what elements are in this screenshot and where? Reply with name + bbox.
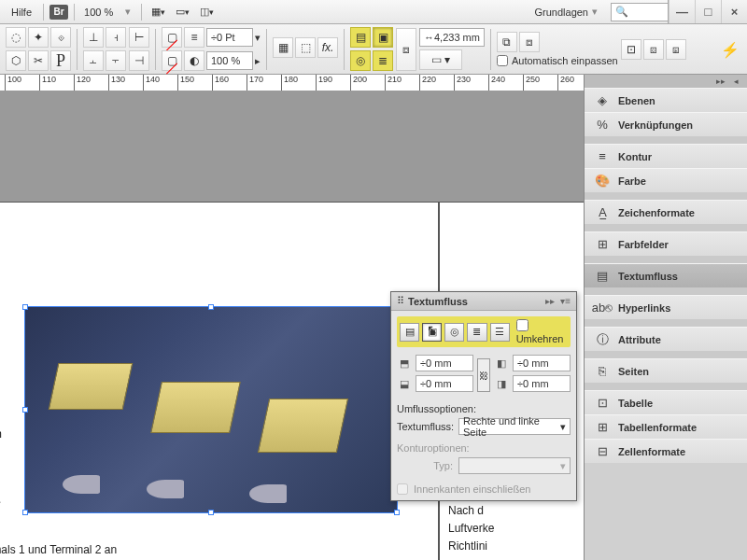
panel-tab-zellenformate[interactable]: ⊟Zellenformate (585, 439, 747, 463)
panel-icon: ⊞ (594, 420, 611, 435)
resize-handle[interactable] (208, 304, 214, 310)
fill-none-icon-2[interactable]: ▢ (162, 50, 182, 71)
panel-collapse-icon[interactable]: ▸▸ (545, 296, 555, 306)
wrap-object-button[interactable]: ◎ (444, 323, 464, 342)
panel-tab-textumfluss[interactable]: ▤Textumfluss (585, 263, 747, 287)
resize-handle[interactable] (22, 407, 28, 413)
panel-tab-farbe[interactable]: 🎨Farbe (585, 168, 747, 192)
offset-left-field[interactable]: ÷ 0 mm (513, 355, 571, 371)
resize-handle[interactable] (22, 304, 28, 310)
window-close-button[interactable]: × (721, 0, 747, 23)
ruler-tick: 230 (454, 75, 471, 91)
paragraph-tool-icon[interactable]: P (50, 50, 71, 71)
arrange-icon[interactable]: ◫▾ (196, 3, 217, 21)
link-offsets-icon[interactable]: ⛓ (477, 358, 490, 392)
bridge-badge[interactable]: Br (49, 5, 68, 20)
stroke-icon[interactable]: ≡ (184, 27, 204, 48)
tool-icon-2[interactable]: ✦ (28, 27, 49, 48)
menu-help[interactable]: Hilfe (6, 5, 37, 20)
image-frame-selected[interactable] (24, 306, 398, 513)
wrap-none-icon[interactable]: ▤ (350, 27, 371, 48)
offset-bottom-icon: ⬓ (397, 378, 412, 390)
wrap-column-button[interactable]: ☰ (490, 323, 510, 342)
screen-mode-icon[interactable]: ▭▾ (172, 3, 192, 21)
panel-tab-ebenen[interactable]: ◈Ebenen (585, 88, 747, 112)
offset-top-field[interactable]: ÷ 0 mm (416, 355, 473, 371)
panel-tab-zeichenformate[interactable]: A̲Zeichenformate (585, 200, 747, 224)
wrap-bound-icon[interactable]: ▣ (373, 27, 393, 48)
fit-frame-icon[interactable]: ⧈ (519, 32, 540, 52)
zoom-dropdown-icon[interactable]: ▾ (120, 6, 135, 18)
panel-tab-kontur[interactable]: ≡Kontur (585, 144, 747, 168)
wrap-none-button[interactable]: ▤ (400, 323, 419, 342)
panel-label: Tabellenformate (618, 422, 697, 433)
effect-icon-1[interactable]: ▦ (273, 37, 293, 58)
image-content (249, 484, 287, 503)
stroke-weight-field[interactable]: ÷ 0 Pt (206, 28, 253, 47)
resize-handle[interactable] (208, 510, 214, 515)
invert-checkbox[interactable]: Umkehren (516, 319, 568, 344)
opacity-dropdown[interactable]: ▸ (255, 55, 261, 67)
ruler-tick: 220 (419, 75, 436, 91)
panel-tab-verknüpfungen[interactable]: %Verknüpfungen (585, 112, 747, 136)
wrap-jump-button[interactable]: ≣ (467, 323, 486, 342)
opacity-icon[interactable]: ◐ (184, 50, 204, 71)
panel-tab-seiten[interactable]: ⎘Seiten (585, 358, 747, 383)
dock-header[interactable]: ▸▸◂ (585, 75, 747, 88)
panel-tab-hyperlinks[interactable]: ab⎋Hyperlinks (585, 295, 747, 319)
fit-content-icon[interactable]: ⧉ (497, 32, 517, 52)
align-tool-1[interactable]: ⊥ (83, 27, 104, 48)
fit-prop-icon[interactable]: ⧇ (643, 39, 664, 60)
image-content (150, 382, 241, 433)
panel-grip-icon[interactable]: ⠿ (397, 295, 404, 307)
tool-icon-4[interactable]: ⬡ (6, 50, 26, 71)
contour-type-dropdown: ▾ (458, 457, 571, 474)
wrap-to-dropdown[interactable]: Rechte und linke Seite▾ (458, 418, 571, 435)
image-content (49, 363, 134, 410)
workspace-switcher[interactable]: Grundlagen ▾ (526, 4, 608, 20)
corner-dropdown[interactable]: ▭ ▾ (419, 49, 462, 70)
opacity-field[interactable]: 100 % (206, 51, 253, 70)
distribute-tool-1[interactable]: ⫠ (83, 50, 104, 71)
panel-tab-farbfelder[interactable]: ⊞Farbfelder (585, 231, 747, 256)
ruler-tick: 110 (39, 75, 56, 91)
fill-none-icon[interactable]: ▢ (162, 27, 182, 48)
ruler-tick: 180 (281, 75, 298, 91)
panel-tab-tabellenformate[interactable]: ⊞Tabellenformate (585, 414, 747, 439)
resize-handle[interactable] (22, 510, 28, 515)
offset-right-field[interactable]: ÷ 0 mm (513, 375, 571, 392)
tool-icon-3[interactable]: ⟐ (50, 27, 71, 48)
align-tool-2[interactable]: ⫞ (106, 27, 126, 48)
wrap-shape-icon[interactable]: ◎ (350, 50, 371, 71)
panel-menu-icon[interactable]: ▾≡ (560, 296, 571, 306)
view-options-icon[interactable]: ▦▾ (148, 3, 168, 21)
window-maximize-button[interactable]: □ (695, 0, 721, 23)
offset-right-icon: ◨ (494, 378, 509, 390)
wrap-jump-icon[interactable]: ≣ (373, 50, 393, 71)
fx-icon[interactable]: fx. (317, 37, 338, 58)
tool-icon-1[interactable]: ◌ (6, 27, 26, 48)
crop-icon[interactable]: ⧈ (396, 28, 416, 71)
wrap-bounding-button[interactable]: ▣ (422, 323, 442, 342)
ruler-tick: 130 (108, 75, 125, 91)
distribute-tool-2[interactable]: ⫟ (106, 50, 126, 71)
window-minimize-button[interactable]: — (669, 0, 695, 23)
fill-prop-icon[interactable]: ⧆ (666, 39, 686, 60)
image-content (258, 399, 348, 453)
quick-apply-icon[interactable]: ⚡ (721, 40, 740, 58)
panel-icon: ⊟ (594, 444, 611, 459)
panel-tab-attribute[interactable]: ⓘAttribute (585, 327, 747, 351)
zoom-level[interactable]: 100 % (80, 7, 117, 18)
distribute-tool-3[interactable]: ⊣ (129, 50, 149, 71)
align-tool-3[interactable]: ⊢ (129, 27, 149, 48)
panel-tab-tabelle[interactable]: ⊡Tabelle (585, 390, 747, 414)
tool-icon-5[interactable]: ✂ (28, 50, 49, 71)
effect-icon-2[interactable]: ⬚ (295, 37, 316, 58)
ruler-tick: 150 (177, 75, 194, 91)
width-field[interactable]: ↔ 4,233 mm (419, 28, 485, 47)
offset-bottom-field[interactable]: ÷ 0 mm (416, 375, 473, 392)
resize-handle[interactable] (394, 510, 400, 515)
autofit-checkbox[interactable]: Automatisch einpassen (497, 55, 618, 66)
center-content-icon[interactable]: ⊡ (621, 39, 641, 60)
stroke-weight-dropdown[interactable]: ▾ (255, 32, 261, 44)
